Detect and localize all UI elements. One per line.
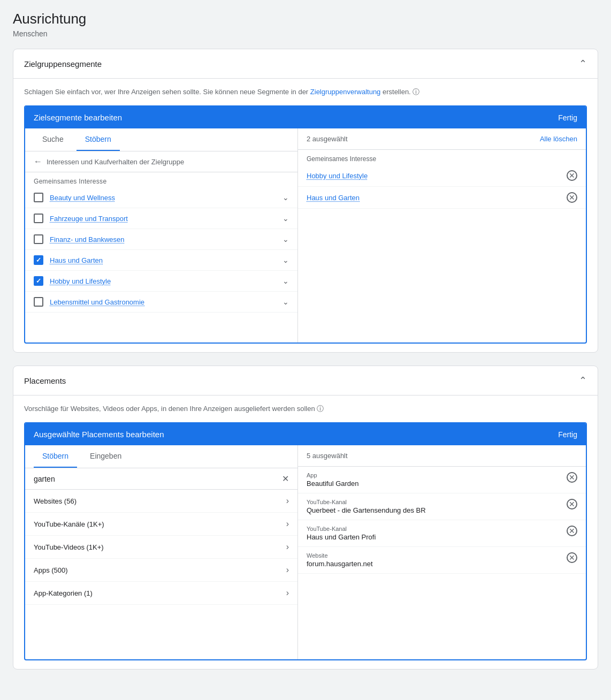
placement-browse-label-websites: Websites (56) xyxy=(34,497,77,505)
placements-section-title: Placements xyxy=(24,376,66,385)
expand-icon-beauty[interactable]: ⌄ xyxy=(282,193,289,202)
remove-btn-hobby[interactable]: ✕ xyxy=(567,170,577,181)
placement-selected-forum-hausgarten: Websiteforum.hausgarten.net✕ xyxy=(298,547,586,574)
placement-browse-arrow-youtube-videos: › xyxy=(286,542,289,552)
placements-edit-panel-header: Ausgewählte Placements bearbeiten Fertig xyxy=(25,423,586,445)
placement-info-querbeet: YouTube-KanalQuerbeet - die Gartensendun… xyxy=(307,499,426,514)
placement-remove-btn-forum-hausgarten[interactable]: ✕ xyxy=(567,552,577,563)
placements-right-pane: 5 ausgewählt AppBeautiful Garden✕YouTube… xyxy=(298,445,586,659)
browse-item-label-lebensmittel: Lebensmittel und Gastronomie xyxy=(50,298,276,306)
zielgruppe-edit-panel-header: Zielsegmente bearbeiten Fertig xyxy=(25,106,586,128)
placement-info-haus-garten-profi: YouTube-KanalHaus und Garten Profi xyxy=(307,526,376,541)
expand-icon-fahrzeuge[interactable]: ⌄ xyxy=(282,214,289,223)
tab-suche[interactable]: Suche xyxy=(34,128,72,151)
zielgruppe-panel-title: Zielsegmente bearbeiten xyxy=(34,113,122,122)
placement-browse-item-app-kategorien[interactable]: App-Kategorien (1)› xyxy=(25,582,297,605)
browse-item-label-hobby: Hobby und Lifestyle xyxy=(50,277,276,285)
browse-item-label-beauty: Beauty und Wellness xyxy=(50,194,276,202)
placement-browse-label-youtube-kanaele: YouTube-Kanäle (1K+) xyxy=(34,520,104,528)
placement-remove-btn-querbeet[interactable]: ✕ xyxy=(567,499,577,509)
placements-section-header[interactable]: Placements ⌃ xyxy=(13,366,598,395)
zielgruppe-done-button[interactable]: Fertig xyxy=(558,113,577,122)
selected-item-label-haus: Haus und Garten xyxy=(307,194,360,202)
zielgruppenverwaltung-link[interactable]: Zielgruppenverwaltung xyxy=(310,88,381,96)
browse-item-haus[interactable]: Haus und Garten⌄ xyxy=(25,250,297,271)
placement-browse-arrow-websites: › xyxy=(286,496,289,506)
zielgruppe-collapse-icon: ⌃ xyxy=(579,58,587,70)
remove-btn-haus[interactable]: ✕ xyxy=(567,192,577,203)
checkbox-fahrzeuge[interactable] xyxy=(34,214,43,223)
placements-section: Placements ⌃ Vorschläge für Websites, Vi… xyxy=(13,366,598,669)
zielgruppe-right-header: 2 ausgewählt Alle löschen xyxy=(298,128,586,150)
zielgruppe-right-list: Hobby und Lifestyle✕Haus und Garten✕ xyxy=(298,165,586,343)
browse-item-beauty[interactable]: Beauty und Wellness⌄ xyxy=(25,187,297,208)
placement-name-forum-hausgarten: forum.hausgarten.net xyxy=(307,560,373,568)
placement-browse-item-youtube-videos[interactable]: YouTube-Videos (1K+)› xyxy=(25,536,297,559)
placement-browse-arrow-apps: › xyxy=(286,565,289,575)
placement-browse-item-apps[interactable]: Apps (500)› xyxy=(25,559,297,582)
browse-item-label-finanz: Finanz- und Bankwesen xyxy=(50,235,276,244)
placements-right-header: 5 ausgewählt xyxy=(298,445,586,467)
placement-remove-btn-haus-garten-profi[interactable]: ✕ xyxy=(567,526,577,536)
browse-item-finanz[interactable]: Finanz- und Bankwesen⌄ xyxy=(25,229,297,250)
zielgruppe-left-pane: Suche Stöbern ← Interessen und Kaufverha… xyxy=(25,128,298,343)
zielgruppe-section-body: Schlagen Sie einfach vor, wer Ihre Anzei… xyxy=(13,79,598,352)
right-section-label: Gemeinsames Interesse xyxy=(298,150,586,165)
placements-browse-list: Websites (56)›YouTube-Kanäle (1K+)›YouTu… xyxy=(25,490,297,659)
placements-panel-content: Stöbern Eingeben ✕ Websites (56)›YouTube… xyxy=(25,445,586,659)
placements-done-button[interactable]: Fertig xyxy=(558,430,577,439)
tab-stoebern[interactable]: Stöbern xyxy=(77,128,120,151)
placements-collapse-icon: ⌃ xyxy=(579,375,587,386)
placement-browse-item-youtube-kanaele[interactable]: YouTube-Kanäle (1K+)› xyxy=(25,513,297,536)
browse-item-hobby[interactable]: Hobby und Lifestyle⌄ xyxy=(25,271,297,292)
placement-name-beautiful-garden: Beautiful Garden xyxy=(307,480,359,488)
placement-browse-item-websites[interactable]: Websites (56)› xyxy=(25,490,297,513)
zielgruppe-right-pane: 2 ausgewählt Alle löschen Gemeinsames In… xyxy=(298,128,586,343)
browse-item-lebensmittel[interactable]: Lebensmittel und Gastronomie⌄ xyxy=(25,292,297,313)
breadcrumb-row: ← Interessen und Kaufverhalten der Zielg… xyxy=(25,151,297,172)
clear-all-button[interactable]: Alle löschen xyxy=(540,135,577,143)
placements-edit-panel: Ausgewählte Placements bearbeiten Fertig… xyxy=(24,422,587,660)
placements-search-input[interactable] xyxy=(34,475,278,483)
expand-icon-hobby[interactable]: ⌄ xyxy=(282,277,289,285)
placement-type-forum-hausgarten: Website xyxy=(307,552,373,559)
checkbox-hobby[interactable] xyxy=(34,276,43,286)
placement-browse-label-youtube-videos: YouTube-Videos (1K+) xyxy=(34,543,104,551)
placement-browse-label-apps: Apps (500) xyxy=(34,566,68,574)
clear-search-icon[interactable]: ✕ xyxy=(282,474,289,484)
expand-icon-haus[interactable]: ⌄ xyxy=(282,256,289,264)
zielgruppe-edit-panel: Zielsegmente bearbeiten Fertig Suche Stö… xyxy=(24,105,587,344)
selected-item-label-hobby: Hobby und Lifestyle xyxy=(307,172,368,180)
placement-selected-querbeet: YouTube-KanalQuerbeet - die Gartensendun… xyxy=(298,493,586,520)
placements-description: Vorschläge für Websites, Videos oder App… xyxy=(24,404,587,414)
placement-remove-btn-beautiful-garden[interactable]: ✕ xyxy=(567,472,577,483)
placement-browse-arrow-youtube-kanaele: › xyxy=(286,519,289,529)
zielgruppe-section: Zielgruppensegmente ⌃ Schlagen Sie einfa… xyxy=(13,49,598,353)
zielgruppe-section-title: Zielgruppensegmente xyxy=(24,59,102,69)
page-subtitle: Menschen xyxy=(13,29,598,38)
checkbox-lebensmittel[interactable] xyxy=(34,297,43,307)
placements-tabs: Stöbern Eingeben xyxy=(25,445,297,468)
zielgruppe-browse-list: Beauty und Wellness⌄Fahrzeuge und Transp… xyxy=(25,187,297,343)
tab-placements-eingeben[interactable]: Eingeben xyxy=(81,445,130,468)
back-arrow-icon[interactable]: ← xyxy=(34,157,42,166)
placement-type-haus-garten-profi: YouTube-Kanal xyxy=(307,526,376,532)
placement-browse-label-app-kategorien: App-Kategorien (1) xyxy=(34,589,93,597)
checkbox-haus[interactable] xyxy=(34,255,43,265)
checkbox-finanz[interactable] xyxy=(34,234,43,244)
browse-item-fahrzeuge[interactable]: Fahrzeuge und Transport⌄ xyxy=(25,208,297,229)
expand-icon-finanz[interactable]: ⌄ xyxy=(282,235,289,244)
expand-icon-lebensmittel[interactable]: ⌄ xyxy=(282,298,289,306)
zielgruppe-panel-content: Suche Stöbern ← Interessen und Kaufverha… xyxy=(25,128,586,343)
tab-placements-stoebern[interactable]: Stöbern xyxy=(34,445,77,468)
placements-section-body: Vorschläge für Websites, Videos oder App… xyxy=(13,395,598,669)
placement-selected-haus-garten-profi: YouTube-KanalHaus und Garten Profi✕ xyxy=(298,520,586,547)
zielgruppe-section-header[interactable]: Zielgruppensegmente ⌃ xyxy=(13,49,598,79)
checkbox-beauty[interactable] xyxy=(34,193,43,202)
placements-left-pane: Stöbern Eingeben ✕ Websites (56)›YouTube… xyxy=(25,445,298,659)
selected-item-hobby: Hobby und Lifestyle✕ xyxy=(298,165,586,187)
placement-type-querbeet: YouTube-Kanal xyxy=(307,499,426,505)
zielgruppe-description: Schlagen Sie einfach vor, wer Ihre Anzei… xyxy=(24,87,587,97)
page-title: Ausrichtung xyxy=(13,11,598,27)
placements-search-row: ✕ xyxy=(25,468,297,490)
